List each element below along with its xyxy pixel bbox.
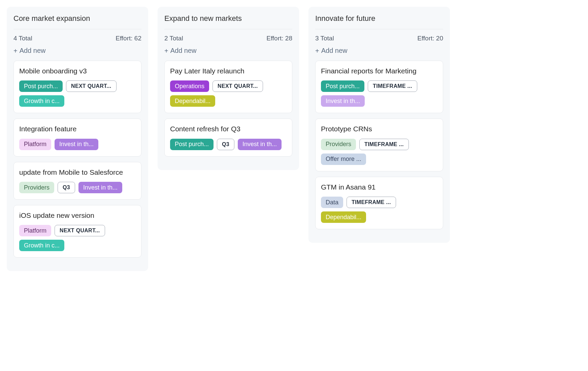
column-total: 2 Total	[164, 35, 183, 42]
tag[interactable]: TIMEFRAME ...	[347, 197, 396, 208]
tag[interactable]: Providers	[19, 182, 54, 193]
card[interactable]: iOS update new versionPlatformNEXT QUART…	[13, 205, 141, 258]
column-meta: 3 TotalEffort: 20	[315, 35, 443, 42]
tag-row: PlatformNEXT QUART...Growth in c...	[19, 225, 136, 251]
column-title: Innovate for future	[315, 14, 443, 29]
tag[interactable]: NEXT QUART...	[55, 225, 105, 236]
plus-icon: +	[164, 47, 168, 54]
card[interactable]: Pay Later Italy relaunchOperationsNEXT Q…	[164, 61, 292, 113]
add-new-label: Add new	[321, 47, 348, 55]
plus-icon: +	[13, 47, 18, 54]
tag[interactable]: TIMEFRAME ...	[359, 139, 409, 150]
tag[interactable]: Q3	[58, 182, 75, 193]
column-total-label: Total	[170, 35, 183, 42]
tag[interactable]: Invest in th...	[78, 182, 122, 193]
tag[interactable]: Data	[321, 197, 343, 208]
column-meta: 4 TotalEffort: 62	[13, 35, 141, 42]
tag[interactable]: Post purch...	[321, 80, 364, 92]
card-title: Content refresh for Q3	[170, 124, 287, 134]
tag[interactable]: Post purch...	[19, 80, 63, 92]
add-new-button[interactable]: +Add new	[164, 47, 197, 55]
column-effort-value: 28	[285, 35, 292, 42]
tag-row: ProvidersTIMEFRAME ...Offer more ...	[321, 139, 437, 165]
tag[interactable]: Growth in c...	[19, 95, 64, 107]
column-effort: Effort: 28	[266, 35, 292, 42]
column-title: Core market expansion	[13, 14, 141, 29]
card[interactable]: Prototype CRNsProvidersTIMEFRAME ...Offe…	[315, 119, 443, 171]
add-new-button[interactable]: +Add new	[315, 47, 348, 55]
tag[interactable]: Invest in th...	[55, 139, 98, 150]
tag[interactable]: Offer more ...	[321, 154, 366, 165]
column-title: Expand to new markets	[164, 14, 292, 29]
tag[interactable]: Platform	[19, 139, 51, 150]
column-effort: Effort: 62	[116, 35, 141, 42]
card-title: Integration feature	[19, 124, 136, 134]
tag-row: ProvidersQ3Invest in th...	[19, 182, 136, 193]
column-effort-value: 20	[436, 35, 443, 42]
tag-row: Post purch...NEXT QUART...Growth in c...	[19, 80, 136, 107]
tag[interactable]: Dependabil...	[321, 211, 366, 223]
column-total-value: 4	[13, 35, 17, 42]
column-total-value: 3	[315, 35, 319, 42]
tag-row: PlatformInvest in th...	[19, 139, 136, 150]
column-total-value: 2	[164, 35, 168, 42]
tag[interactable]: NEXT QUART...	[213, 80, 263, 92]
tag[interactable]: Q3	[217, 139, 234, 150]
tag[interactable]: Invest in th...	[238, 139, 282, 150]
card[interactable]: update from Mobile to SalesforceProvider…	[13, 162, 141, 200]
card-title: iOS update new version	[19, 211, 136, 220]
tag[interactable]: NEXT QUART...	[66, 80, 116, 92]
plus-icon: +	[315, 47, 319, 54]
column-total-label: Total	[19, 35, 32, 42]
tag[interactable]: Post purch...	[170, 139, 214, 150]
column-effort-value: 62	[134, 35, 141, 42]
column-meta: 2 TotalEffort: 28	[164, 35, 292, 42]
card-title: Mobile onboarding v3	[19, 66, 136, 76]
card[interactable]: Mobile onboarding v3Post purch...NEXT QU…	[13, 61, 141, 113]
card[interactable]: Integration featurePlatformInvest in th.…	[13, 119, 141, 156]
board-column: Innovate for future3 TotalEffort: 20+Add…	[308, 7, 450, 243]
board-column: Core market expansion4 TotalEffort: 62+A…	[7, 7, 148, 271]
tag[interactable]: Invest in th...	[321, 95, 365, 107]
add-new-label: Add new	[20, 47, 46, 55]
column-effort-label: Effort:	[417, 35, 434, 42]
card-title: Pay Later Italy relaunch	[170, 66, 287, 76]
tag-row: Post purch...TIMEFRAME ...Invest in th..…	[321, 80, 437, 107]
tag-row: DataTIMEFRAME ...Dependabil...	[321, 197, 437, 223]
column-effort-label: Effort:	[266, 35, 283, 42]
card[interactable]: GTM in Asana 91DataTIMEFRAME ...Dependab…	[315, 177, 443, 229]
add-new-button[interactable]: +Add new	[13, 47, 46, 55]
column-total: 3 Total	[315, 35, 334, 42]
tag[interactable]: Dependabil...	[170, 95, 215, 107]
column-effort-label: Effort:	[116, 35, 132, 42]
add-new-label: Add new	[170, 47, 197, 55]
tag[interactable]: Growth in c...	[19, 240, 64, 251]
tag[interactable]: TIMEFRAME ...	[368, 80, 417, 92]
card[interactable]: Content refresh for Q3Post purch...Q3Inv…	[164, 119, 292, 156]
card-title: update from Mobile to Salesforce	[19, 168, 136, 177]
board-column: Expand to new markets2 TotalEffort: 28+A…	[158, 7, 299, 170]
column-total-label: Total	[321, 35, 334, 42]
card-title: GTM in Asana 91	[321, 182, 437, 192]
column-total: 4 Total	[13, 35, 32, 42]
tag-row: Post purch...Q3Invest in th...	[170, 139, 287, 150]
card[interactable]: Financial reports for MarketingPost purc…	[315, 61, 443, 113]
card-title: Prototype CRNs	[321, 124, 437, 134]
tag[interactable]: Providers	[321, 139, 356, 150]
tag-row: OperationsNEXT QUART...Dependabil...	[170, 80, 287, 107]
kanban-board: Core market expansion4 TotalEffort: 62+A…	[0, 0, 588, 278]
tag[interactable]: Operations	[170, 80, 209, 92]
card-title: Financial reports for Marketing	[321, 66, 437, 76]
column-effort: Effort: 20	[417, 35, 443, 42]
tag[interactable]: Platform	[19, 225, 51, 236]
